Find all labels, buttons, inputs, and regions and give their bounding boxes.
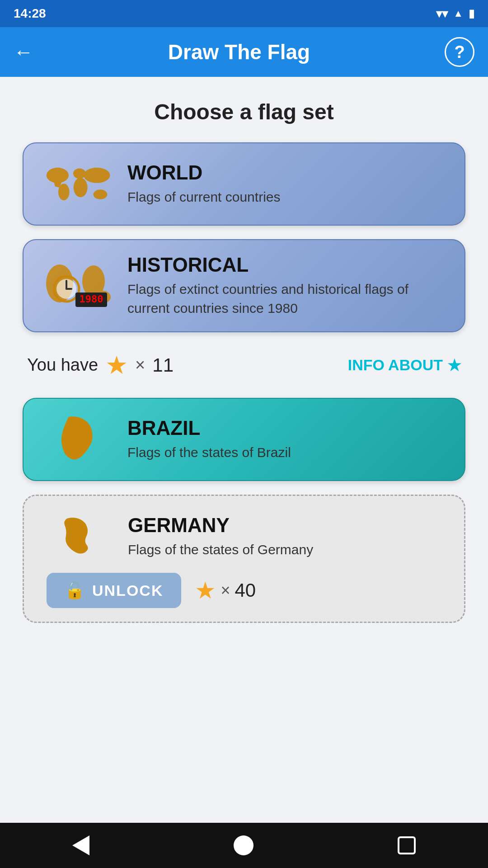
svg-point-4 bbox=[74, 178, 88, 197]
unlock-cost: ★ × 40 bbox=[195, 577, 256, 604]
svg-point-2 bbox=[58, 184, 70, 200]
help-button[interactable]: ? bbox=[445, 37, 474, 67]
multiplier-symbol: × bbox=[135, 355, 145, 375]
germany-card-subtitle: Flags of the states of Germany bbox=[128, 540, 313, 559]
germany-card[interactable]: GERMANY Flags of the states of Germany 🔓… bbox=[23, 495, 465, 623]
brazil-card[interactable]: BRAZIL Flags of the states of Brazil bbox=[23, 398, 465, 481]
brazil-card-title: BRAZIL bbox=[127, 417, 291, 439]
info-about-label: INFO ABOUT bbox=[348, 356, 443, 374]
bottom-nav bbox=[0, 823, 488, 868]
unlock-button[interactable]: 🔓 UNLOCK bbox=[47, 573, 181, 608]
historical-card-subtitle: Flags of extinct countries and historica… bbox=[127, 280, 446, 318]
signal-icon: ▲ bbox=[453, 8, 463, 19]
germany-card-top: GERMANY Flags of the states of Germany bbox=[42, 509, 446, 564]
world-map-icon bbox=[42, 157, 114, 211]
battery-icon: ▮ bbox=[469, 7, 474, 20]
wifi-icon: ▾▾ bbox=[436, 7, 448, 21]
germany-card-text: GERMANY Flags of the states of Germany bbox=[128, 514, 313, 559]
time-display: 14:28 bbox=[14, 6, 46, 21]
app-title: Draw The Flag bbox=[47, 40, 431, 64]
stars-row: You have ★ × 11 INFO ABOUT ★ bbox=[23, 346, 465, 384]
recents-square-icon bbox=[398, 836, 416, 854]
home-nav-button[interactable] bbox=[234, 835, 253, 855]
brazil-card-text: BRAZIL Flags of the states of Brazil bbox=[127, 417, 291, 462]
status-icons: ▾▾ ▲ ▮ bbox=[436, 7, 474, 21]
unlock-cost-count: 40 bbox=[235, 580, 256, 601]
germany-icon bbox=[42, 509, 114, 564]
historical-card-title: HISTORICAL bbox=[127, 254, 446, 276]
historical-card-text: HISTORICAL Flags of extinct countries an… bbox=[127, 254, 446, 318]
you-have-label: You have bbox=[27, 355, 98, 375]
germany-card-title: GERMANY bbox=[128, 514, 313, 537]
cost-star-icon: ★ bbox=[195, 577, 216, 604]
info-star-icon: ★ bbox=[447, 356, 461, 374]
stars-left: You have ★ × 11 bbox=[27, 350, 174, 380]
star-icon: ★ bbox=[105, 350, 128, 380]
recents-nav-button[interactable] bbox=[398, 836, 416, 854]
section-title: Choose a flag set bbox=[23, 99, 465, 124]
brazil-icon bbox=[42, 412, 114, 467]
back-triangle-icon bbox=[72, 835, 89, 855]
multiplier-x: × bbox=[221, 581, 230, 600]
main-content: Choose a flag set bbox=[0, 77, 488, 823]
svg-point-3 bbox=[73, 168, 86, 179]
home-circle-icon bbox=[234, 835, 253, 855]
historical-icon: 1980 bbox=[42, 259, 114, 313]
star-count: 11 bbox=[152, 354, 174, 376]
lock-icon: 🔓 bbox=[65, 581, 85, 600]
status-bar: 14:28 ▾▾ ▲ ▮ bbox=[0, 0, 488, 27]
brazil-card-subtitle: Flags of the states of Brazil bbox=[127, 443, 291, 462]
svg-point-6 bbox=[94, 189, 108, 199]
back-button[interactable]: ← bbox=[14, 41, 33, 63]
svg-point-5 bbox=[84, 168, 110, 183]
world-card-subtitle: Flags of current countries bbox=[127, 188, 280, 207]
unlock-row: 🔓 UNLOCK ★ × 40 bbox=[47, 573, 446, 608]
world-card-title: WORLD bbox=[127, 161, 280, 184]
svg-text:1980: 1980 bbox=[80, 293, 103, 305]
world-card[interactable]: WORLD Flags of current countries bbox=[23, 142, 465, 226]
back-nav-button[interactable] bbox=[72, 835, 89, 855]
info-about-button[interactable]: INFO ABOUT ★ bbox=[348, 356, 461, 374]
unlock-label: UNLOCK bbox=[92, 582, 163, 599]
historical-card[interactable]: 1980 HISTORICAL Flags of extinct countri… bbox=[23, 239, 465, 332]
app-bar: ← Draw The Flag ? bbox=[0, 27, 488, 77]
world-card-text: WORLD Flags of current countries bbox=[127, 161, 280, 207]
